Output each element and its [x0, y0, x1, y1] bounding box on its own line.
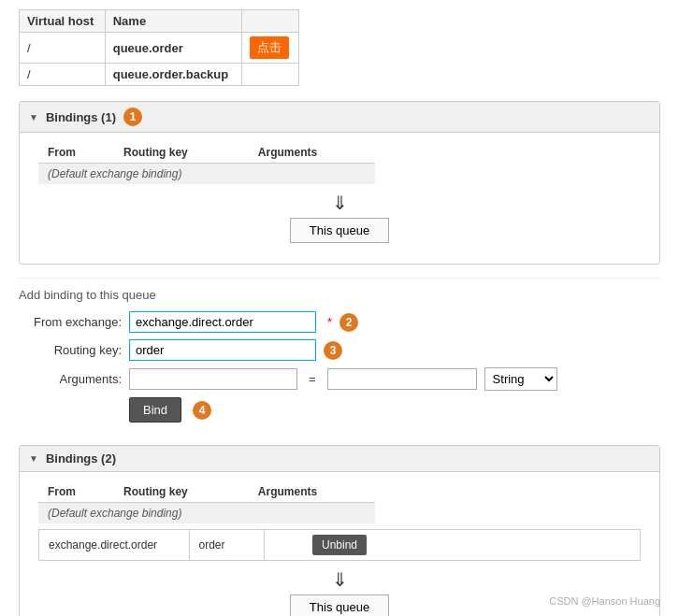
routing-key-input[interactable] [129, 339, 316, 361]
arguments-label: Arguments: [19, 372, 122, 386]
add-binding-title: Add binding to this queue [19, 288, 660, 302]
bindings-2-header[interactable]: ▼ Bindings (2) [20, 446, 659, 472]
col-name: Name [105, 10, 241, 33]
binding-arguments-cell: Unbind [264, 530, 376, 560]
bindings-1-table: From Routing key Arguments (Default exch… [38, 142, 375, 184]
this-queue-button-1[interactable]: This queue [290, 218, 389, 243]
default-binding-text-2: (Default exchange binding) [38, 503, 375, 524]
bindings-2-title: Bindings (2) [46, 451, 116, 466]
queue-table: Virtual host Name / queue.order 点击 / que… [19, 9, 299, 86]
from-col-header: From [38, 142, 114, 164]
bindings-2-section: ▼ Bindings (2) From Routing key Argument… [19, 445, 660, 616]
queue-name-cell: queue.order.backup [105, 64, 241, 86]
equals-sign: = [309, 372, 316, 386]
bindings-1-body: From Routing key Arguments (Default exch… [20, 133, 659, 264]
from-exchange-label: From exchange: [19, 315, 122, 329]
type-select[interactable]: String Number Boolean [484, 367, 557, 391]
queue-name-cell: queue.order [105, 33, 241, 64]
virtual-host-cell: / [20, 64, 106, 86]
routing-key-col-header: Routing key [114, 142, 249, 164]
bindings-2-arrow-section: ⇓ This queue [38, 568, 641, 616]
table-row: / queue.order 点击 [20, 33, 299, 64]
bindings-1-section: ▼ Bindings (1) 1 From Routing key Argume… [19, 101, 660, 265]
col-virtual-host: Virtual host [20, 10, 106, 33]
annotation-3: 3 [324, 341, 342, 360]
binding-routing-key-cell: order [189, 530, 264, 560]
bindings-1-arrow-section: ⇓ This queue [38, 192, 641, 243]
add-binding-section: Add binding to this queue From exchange:… [19, 278, 660, 432]
bind-button[interactable]: Bind [129, 397, 181, 423]
from-exchange-input[interactable] [129, 311, 316, 333]
watermark: CSDN @Hanson Huang [549, 595, 660, 607]
routing-key-col-header-2: Routing key [114, 481, 249, 503]
binding-data-row-container: exchange.direct.order order Unbind [38, 529, 641, 561]
binding-data-row: exchange.direct.order order Unbind [39, 530, 376, 560]
default-binding-row: (Default exchange binding) [38, 164, 375, 185]
table-row: / queue.order.backup [20, 64, 299, 86]
down-arrow-icon: ⇓ [332, 192, 348, 214]
from-col-header-2: From [38, 481, 114, 503]
click-button[interactable]: 点击 [250, 36, 289, 59]
collapse-triangle-icon-2: ▼ [29, 453, 38, 464]
default-binding-text: (Default exchange binding) [38, 164, 375, 185]
arguments-col-header: Arguments [249, 142, 375, 164]
down-arrow-icon-2: ⇓ [332, 568, 348, 591]
routing-key-label: Routing key: [19, 343, 122, 357]
arguments-col-header-2: Arguments [249, 481, 375, 503]
binding-from-cell: exchange.direct.order [39, 530, 189, 560]
unbind-button[interactable]: Unbind [312, 535, 367, 555]
routing-key-row: Routing key: 3 [19, 339, 660, 361]
required-star: * [327, 315, 332, 329]
annotation-2: 2 [340, 313, 358, 332]
virtual-host-cell: / [20, 33, 106, 64]
annotation-4: 4 [193, 401, 211, 420]
this-queue-button-2[interactable]: This queue [290, 595, 389, 616]
collapse-triangle-icon: ▼ [29, 112, 38, 122]
bindings-1-title: Bindings (1) [46, 110, 116, 124]
bindings-2-table: From Routing key Arguments (Default exch… [38, 481, 375, 523]
from-exchange-row: From exchange: * 2 [19, 311, 660, 333]
bindings-1-header[interactable]: ▼ Bindings (1) 1 [20, 102, 659, 133]
default-binding-row-2: (Default exchange binding) [38, 503, 375, 524]
bindings-2-body: From Routing key Arguments (Default exch… [20, 472, 659, 616]
arguments-value-input[interactable] [327, 368, 477, 390]
arguments-key-input[interactable] [129, 368, 297, 390]
arguments-row: Arguments: = String Number Boolean [19, 367, 660, 391]
annotation-badge-1: 1 [123, 107, 142, 126]
